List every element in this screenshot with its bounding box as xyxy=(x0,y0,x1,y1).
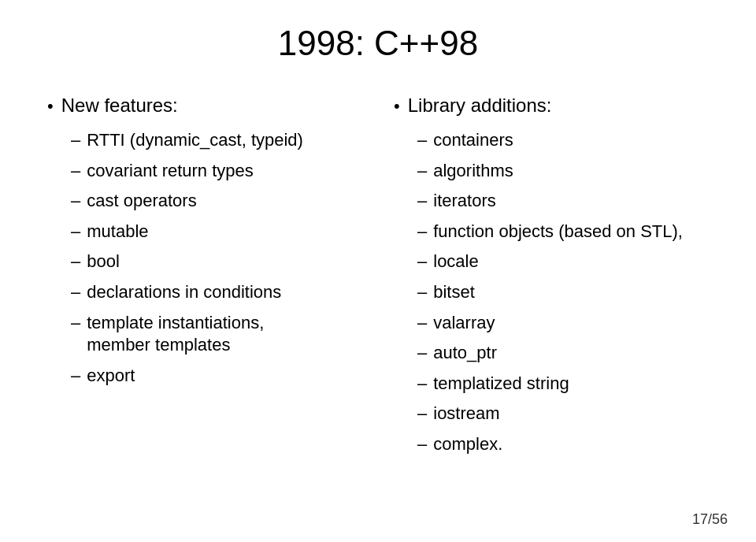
library-additions-label: Library additions: xyxy=(408,95,552,117)
list-item: – export xyxy=(71,365,370,388)
dash-icon: – xyxy=(417,433,427,456)
item-text: complex. xyxy=(433,433,502,456)
list-item: – locale xyxy=(417,251,717,273)
dash-icon: – xyxy=(417,312,427,335)
dash-icon: – xyxy=(71,312,80,335)
item-text: bitset xyxy=(433,281,475,304)
dash-icon: – xyxy=(417,342,427,365)
right-column: • Library additions: – containers – algo… xyxy=(386,95,717,464)
new-features-heading: • New features: xyxy=(47,95,370,117)
new-features-label: New features: xyxy=(61,95,178,117)
new-features-list: – RTTI (dynamic_cast, typeid) – covarian… xyxy=(71,129,370,387)
list-item: – iostream xyxy=(417,403,717,425)
item-text: templatized string xyxy=(433,373,569,395)
dash-icon: – xyxy=(71,190,80,213)
library-additions-list: – containers – algorithms – iterators – … xyxy=(417,129,717,456)
item-text: export xyxy=(87,365,135,388)
list-item: – function objects (based on STL), xyxy=(417,221,717,243)
item-text: cast operators xyxy=(87,190,196,213)
dash-icon: – xyxy=(417,160,427,183)
dash-icon: – xyxy=(71,365,80,388)
list-item: – template instantiations,member templat… xyxy=(71,312,370,357)
dash-icon: – xyxy=(417,373,427,395)
library-additions-heading: • Library additions: xyxy=(394,95,717,117)
list-item: – RTTI (dynamic_cast, typeid) xyxy=(71,129,370,152)
dash-icon: – xyxy=(417,190,427,213)
dash-icon: – xyxy=(417,403,427,425)
list-item: – algorithms xyxy=(417,160,717,183)
list-item: – covariant return types xyxy=(71,160,370,183)
dash-icon: – xyxy=(417,251,427,273)
item-text: mutable xyxy=(87,221,148,243)
item-text: RTTI (dynamic_cast, typeid) xyxy=(87,129,303,152)
list-item: – cast operators xyxy=(71,190,370,213)
list-item: – iterators xyxy=(417,190,717,213)
slide-title: 1998: C++98 xyxy=(39,24,717,63)
list-item: – mutable xyxy=(71,221,370,243)
dash-icon: – xyxy=(417,129,427,152)
dash-icon: – xyxy=(71,160,80,183)
item-text: declarations in conditions xyxy=(87,281,281,304)
dash-icon: – xyxy=(417,221,427,243)
item-text: valarray xyxy=(433,312,495,335)
item-text: covariant return types xyxy=(87,160,254,183)
content-area: • New features: – RTTI (dynamic_cast, ty… xyxy=(39,95,717,464)
dash-icon: – xyxy=(417,281,427,304)
item-text: containers xyxy=(433,129,513,152)
dash-icon: – xyxy=(71,251,80,273)
slide-container: 1998: C++98 • New features: – RTTI (dyna… xyxy=(0,0,756,542)
dash-icon: – xyxy=(71,281,80,304)
bullet-icon: • xyxy=(394,96,400,117)
list-item: – auto_ptr xyxy=(417,342,717,365)
item-text: template instantiations,member templates xyxy=(87,312,264,357)
item-text: auto_ptr xyxy=(433,342,497,365)
left-column: • New features: – RTTI (dynamic_cast, ty… xyxy=(39,95,370,464)
item-text: bool xyxy=(87,251,120,273)
bullet-icon: • xyxy=(47,96,54,117)
list-item: – declarations in conditions xyxy=(71,281,370,304)
item-text: iterators xyxy=(433,190,495,213)
list-item: – valarray xyxy=(417,312,717,335)
item-text: algorithms xyxy=(433,160,513,183)
dash-icon: – xyxy=(71,129,80,152)
list-item: – containers xyxy=(417,129,717,152)
item-text: locale xyxy=(433,251,478,273)
list-item: – bool xyxy=(71,251,370,273)
item-text: iostream xyxy=(433,403,499,425)
list-item: – templatized string xyxy=(417,373,717,395)
list-item: – bitset xyxy=(417,281,717,304)
item-text: function objects (based on STL), xyxy=(433,221,683,243)
page-number: 17/56 xyxy=(692,511,728,528)
dash-icon: – xyxy=(71,221,80,243)
list-item: – complex. xyxy=(417,433,717,456)
